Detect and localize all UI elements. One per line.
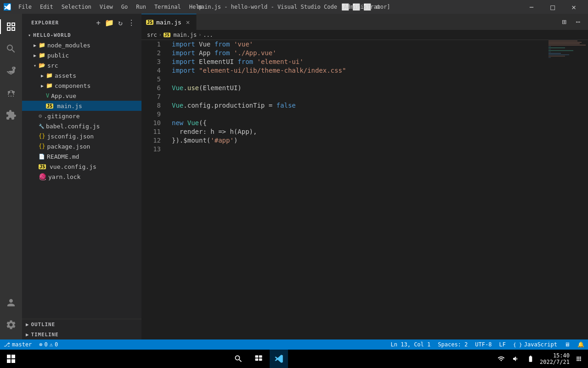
activity-account[interactable] [0,292,22,314]
timeline-section[interactable]: ▶ TIMELINE [22,329,141,339]
status-left: ⎇ master ⊗ 0 ⚠ 0 [0,339,62,350]
status-spaces-label: Spaces: 2 [438,341,468,348]
line-num-3: 3 [141,58,161,66]
line-num-11: 11 [141,127,161,136]
readme-file-icon: 📄 [39,154,45,160]
remote-icon: 🖥 [565,341,570,348]
minimap-line [548,50,573,51]
code-editor[interactable]: import Vue from 'vue' import App from '.… [164,40,542,339]
minimap-line [548,42,582,43]
breadcrumb-sep2: › [198,32,201,37]
status-notifications[interactable]: 🔔 [574,339,588,350]
activity-extensions[interactable] [0,104,22,126]
minimize-button[interactable]: − [521,0,542,14]
menu-go[interactable]: Go [118,3,131,11]
sidebar-actions: + 📁 ↻ ⋮ [94,18,136,28]
folder-icon: 📁 [46,72,53,79]
js-file-icon: JS [46,104,53,109]
tab-main-js[interactable]: JS main.js ✕ [141,14,197,30]
node-modules-label: node_modules [47,42,90,49]
new-folder-button[interactable]: 📁 [105,18,114,28]
menu-file[interactable]: File [15,3,35,11]
taskbar-vscode[interactable] [270,350,288,368]
tree-babel-config[interactable]: 🔧 babel.config.js [22,121,141,131]
tree-main-js[interactable]: JS main.js [22,101,141,111]
tree-node-modules[interactable]: ▶ 📁 node_modules [22,40,141,50]
outline-section[interactable]: ▶ OUTLINE [22,319,141,329]
tab-actions: ⊞ ⋯ [558,16,588,29]
status-spaces[interactable]: Spaces: 2 [434,339,471,350]
breadcrumb-ellipsis[interactable]: ... [203,32,213,38]
json-file-icon2: {} [39,143,45,150]
activity-source-control[interactable] [0,60,22,82]
taskbar-taskview[interactable] [249,350,268,368]
refresh-button[interactable]: ↻ [116,18,125,28]
taskbar-notification[interactable] [573,353,584,364]
tab-close-button[interactable]: ✕ [184,18,192,26]
tree-app-vue[interactable]: V App.vue [22,91,141,101]
taskbar-search[interactable] [229,350,248,368]
minimap-content [547,40,588,58]
system-clock[interactable]: 15:40 2022/7/21 [540,352,570,365]
tree-public[interactable]: ▶ 📁 public [22,50,141,60]
tree-package-json[interactable]: {} package.json [22,141,141,151]
activity-settings[interactable] [0,314,22,336]
menu-edit[interactable]: Edit [36,3,57,11]
activity-explorer[interactable] [0,16,22,38]
new-file-button[interactable]: + [94,18,103,28]
tree-project-root[interactable]: ▾ HELLO-WORLD [22,30,141,40]
taskbar-battery[interactable] [525,353,536,364]
menu-terminal[interactable]: Terminal [151,3,185,11]
tree-assets[interactable]: ▶ 📁 assets [22,70,141,80]
tree-components[interactable]: ▶ 📁 components [22,80,141,91]
status-language[interactable]: { } JavaScript [509,339,561,350]
status-remote[interactable]: 🖥 [561,339,574,350]
tree-readme[interactable]: 📄 README.md [22,151,141,161]
status-encoding[interactable]: UTF-8 [471,339,495,350]
line-num-12: 12 [141,136,161,145]
more-actions-button[interactable]: ⋯ [571,16,584,29]
status-branch[interactable]: ⎇ master [0,339,35,350]
vue-config-label: vue.config.js [50,163,96,170]
assets-label: assets [55,72,76,79]
tree-src[interactable]: ▾ 📂 src [22,60,141,70]
error-count: 0 [45,341,48,348]
activity-run-debug[interactable] [0,82,22,104]
menu-selection[interactable]: Selection [58,3,95,11]
arrow-icon: ▶ [31,43,39,48]
status-branch-label: master [12,341,32,348]
status-position[interactable]: Ln 13, Col 1 [387,339,435,350]
collapse-all-button[interactable]: ⋮ [127,18,136,28]
status-language-label: { } [513,341,522,348]
gitignore-file-icon: ⚙ [39,113,42,119]
line-num-8: 8 [141,101,161,110]
taskbar-network[interactable] [496,353,507,364]
status-encoding-label: UTF-8 [475,341,492,348]
status-errors[interactable]: ⊗ 0 ⚠ 0 [35,339,62,350]
babel-file-icon: 🔧 [39,124,44,129]
minimap-line [548,49,551,50]
taskbar-volume[interactable] [510,353,521,364]
status-line-ending[interactable]: LF [495,339,509,350]
split-editor-button[interactable]: ⊞ [558,16,571,29]
svg-rect-0 [255,356,259,358]
breadcrumb-mainjs[interactable]: main.js [174,32,197,38]
breadcrumb-src[interactable]: src [147,32,157,38]
tree-gitignore[interactable]: ⚙ .gitignore [22,111,141,121]
start-button[interactable] [0,350,22,368]
taskbar-right: 15:40 2022/7/21 [496,352,588,365]
activity-search[interactable] [0,38,22,60]
minimap [542,40,588,339]
menu-view[interactable]: View [96,3,117,11]
close-button[interactable]: ✕ [563,0,584,14]
vscode-logo [4,3,11,11]
tree-vue-config[interactable]: JS vue.config.js [22,161,141,172]
arrow-icon: ▾ [31,63,39,68]
tree-jsconfig[interactable]: {} jsconfig.json [22,131,141,141]
maximize-button[interactable]: □ [542,0,563,14]
babel-config-label: babel.config.js [46,123,100,130]
window-controls: − □ ✕ [521,0,584,14]
breadcrumb-sep1: › [159,32,162,37]
tree-yarn-lock[interactable]: 🧶 yarn.lock [22,172,141,182]
menu-run[interactable]: Run [132,3,150,11]
